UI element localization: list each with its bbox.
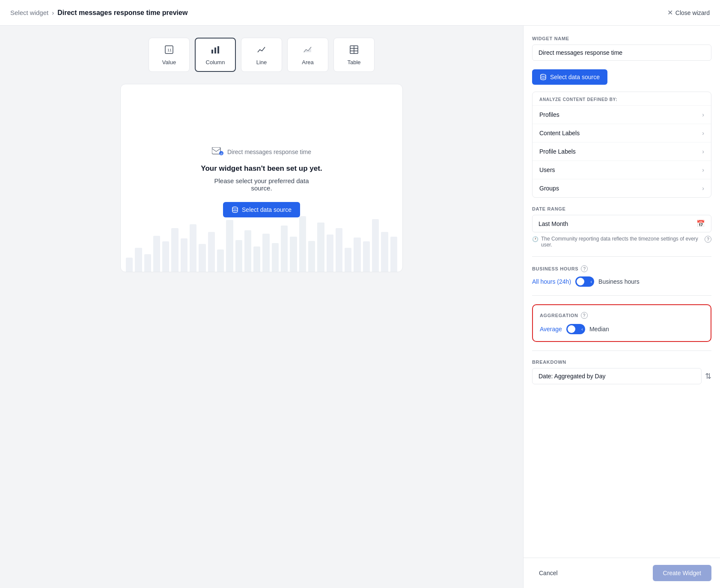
left-panel: 11 Value Column xyxy=(0,26,523,588)
analyze-users[interactable]: Users › xyxy=(533,160,711,179)
create-widget-button[interactable]: Create Widget xyxy=(653,565,711,581)
median-label: Median xyxy=(589,326,609,333)
aggregation-label-row: AGGREGATION ? xyxy=(540,312,704,319)
business-hours-help-icon[interactable]: ? xyxy=(581,265,588,272)
header: Select widget › Direct messages response… xyxy=(0,0,720,26)
all-hours-label: All hours (24h) xyxy=(532,278,571,285)
select-data-source-button[interactable]: Select data source xyxy=(532,69,607,85)
svg-marker-5 xyxy=(304,47,311,52)
aggregation-toggle-row: Average ‹ Median xyxy=(540,324,704,334)
right-panel-content: WIDGET NAME Select data source ANALYZE C… xyxy=(524,26,720,558)
average-label: Average xyxy=(540,326,562,333)
widget-type-line[interactable]: Line xyxy=(241,38,282,72)
aggregation-toggle[interactable]: ‹ xyxy=(566,324,585,334)
preview-widget-label: Direct messages response time xyxy=(227,148,311,155)
toggle-thumb xyxy=(577,278,584,285)
aggregation-label: AGGREGATION xyxy=(540,313,578,318)
info-icon: 🕐 xyxy=(532,236,539,242)
divider-3 xyxy=(532,350,711,351)
chevron-right-icon: › xyxy=(702,130,704,137)
svg-point-13 xyxy=(232,207,238,209)
value-icon: 11 xyxy=(164,45,174,56)
date-range-section: DATE RANGE Last Month 📅 🕐 The Community … xyxy=(532,206,711,248)
analyze-profiles[interactable]: Profiles › xyxy=(533,105,711,124)
svg-text:11: 11 xyxy=(167,48,172,52)
breakdown-label: BREAKDOWN xyxy=(532,359,711,365)
divider-1 xyxy=(532,256,711,257)
svg-point-14 xyxy=(541,74,546,77)
svg-text:↺: ↺ xyxy=(220,152,223,155)
widget-type-table[interactable]: Table xyxy=(333,38,375,72)
breadcrumb-separator: › xyxy=(52,9,54,16)
widget-name-label: WIDGET NAME xyxy=(532,36,711,41)
widget-type-column[interactable]: Column xyxy=(195,38,236,72)
widget-type-area[interactable]: Area xyxy=(287,38,328,72)
widget-type-area-label: Area xyxy=(302,59,313,65)
agg-toggle-chevron-icon: ‹ xyxy=(581,327,583,332)
right-panel: WIDGET NAME Select data source ANALYZE C… xyxy=(523,26,720,588)
breakdown-section: BREAKDOWN Date: Aggregated by Day ⇅ xyxy=(532,359,711,384)
breakdown-select[interactable]: Date: Aggregated by Day xyxy=(532,368,702,384)
widget-type-selector: 11 Value Column xyxy=(149,38,375,72)
agg-toggle-thumb xyxy=(568,325,575,333)
breakdown-select-wrap: Date: Aggregated by Day ⇅ xyxy=(532,368,711,384)
sort-icon: ⇅ xyxy=(705,371,711,381)
business-hours-label-right: Business hours xyxy=(598,278,640,285)
widget-type-table-label: Table xyxy=(347,59,360,65)
date-range-input[interactable]: Last Month 📅 xyxy=(532,215,711,232)
analyze-content-box: ANALYZE CONTENT DEFINED BY: Profiles › C… xyxy=(532,92,711,198)
date-note: 🕐 The Community reporting data reflects … xyxy=(532,236,711,248)
cancel-button[interactable]: Cancel xyxy=(532,565,565,581)
svg-rect-10 xyxy=(212,147,220,154)
breadcrumb: Select widget › Direct messages response… xyxy=(10,9,187,17)
date-help-icon[interactable]: ? xyxy=(705,236,711,243)
analyze-profile-labels[interactable]: Profile Labels › xyxy=(533,142,711,160)
divider-2 xyxy=(532,295,711,296)
toggle-chevron-icon: ‹ xyxy=(590,279,592,284)
preview-title: Your widget hasn't been set up yet. xyxy=(201,163,322,174)
business-hours-label: BUSINESS HOURS xyxy=(532,266,578,271)
preview-subtitle: Please select your preferred datasource. xyxy=(214,177,309,192)
main-layout: 11 Value Column xyxy=(0,26,720,588)
table-icon xyxy=(349,45,359,56)
widget-type-line-label: Line xyxy=(256,59,267,65)
aggregation-section: AGGREGATION ? Average ‹ Median xyxy=(532,304,711,342)
chevron-right-icon: › xyxy=(702,148,704,155)
close-wizard-button[interactable]: ✕ Close wizard xyxy=(667,9,710,17)
preview-label: ↺ Direct messages response time xyxy=(212,147,311,157)
area-icon xyxy=(303,45,313,56)
chevron-right-icon: › xyxy=(702,111,704,118)
chevron-right-icon: › xyxy=(702,166,704,173)
direct-messages-icon: ↺ xyxy=(212,147,224,157)
analyze-header: ANALYZE CONTENT DEFINED BY: xyxy=(533,92,711,105)
preview-card: ↺ Direct messages response time Your wid… xyxy=(120,84,403,272)
svg-rect-4 xyxy=(217,46,219,53)
ds-database-icon xyxy=(540,74,547,80)
column-icon xyxy=(210,45,220,56)
date-range-label: DATE RANGE xyxy=(532,206,711,211)
select-widget-link[interactable]: Select widget xyxy=(10,9,48,16)
calendar-icon: 📅 xyxy=(696,220,705,228)
analyze-groups[interactable]: Groups › xyxy=(533,179,711,197)
chevron-right-icon: › xyxy=(702,185,704,192)
aggregation-help-icon[interactable]: ? xyxy=(581,312,588,319)
close-wizard-label: Close wizard xyxy=(675,9,710,16)
close-icon: ✕ xyxy=(667,9,673,17)
business-hours-toggle[interactable]: ‹ xyxy=(575,276,594,287)
date-range-value: Last Month xyxy=(539,220,568,227)
widget-name-input[interactable] xyxy=(532,45,711,61)
widget-type-value-label: Value xyxy=(162,59,176,65)
right-panel-footer: Cancel Create Widget xyxy=(524,558,720,588)
preview-bars xyxy=(121,212,402,272)
line-icon xyxy=(256,45,267,56)
business-hours-toggle-row: All hours (24h) ‹ Business hours xyxy=(532,276,711,287)
business-hours-section-header: BUSINESS HOURS ? xyxy=(532,265,711,272)
widget-type-value[interactable]: 11 Value xyxy=(149,38,190,72)
widget-type-column-label: Column xyxy=(206,59,225,65)
analyze-content-labels[interactable]: Content Labels › xyxy=(533,124,711,142)
svg-rect-3 xyxy=(214,48,216,53)
page-title: Direct messages response time preview xyxy=(57,9,187,17)
svg-rect-2 xyxy=(211,50,213,53)
